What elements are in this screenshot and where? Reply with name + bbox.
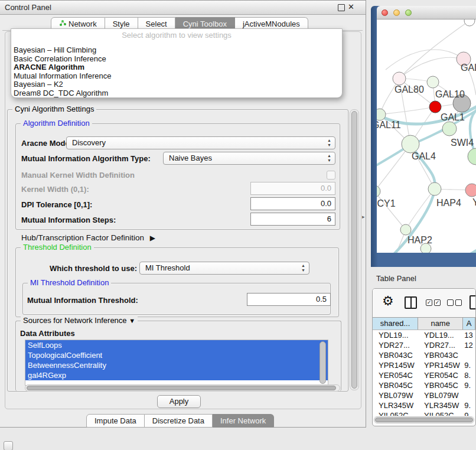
network-node[interactable] [427, 76, 439, 88]
table-cell: YER054C [418, 370, 463, 380]
table-cell: 9. [463, 400, 475, 410]
attribute-item[interactable]: SelfLoops [25, 340, 328, 350]
table-cell: YDL19... [418, 330, 463, 340]
mi-type-select[interactable]: Naive Bayes ▲▼ [163, 152, 335, 165]
table-panel-title: Table Panel [376, 274, 416, 283]
aracne-mode-label: Aracne Mode: [21, 139, 72, 148]
data-attributes-label: Data Attributes [20, 329, 75, 338]
node-label: Y [472, 197, 476, 207]
network-node[interactable] [442, 122, 457, 136]
show-columns-icon[interactable]: ✓✓ [426, 299, 441, 306]
network-node[interactable] [465, 184, 476, 197]
control-panel-titlebar: Control Panel ✕ [0, 1, 366, 15]
table-row[interactable]: YBL079WYBL079W [373, 390, 475, 400]
minimize-traffic-icon[interactable] [393, 9, 400, 16]
attribute-item[interactable]: BetweennessCentrality [25, 360, 328, 370]
close-traffic-icon[interactable] [382, 9, 388, 16]
network-edge-strong[interactable] [445, 248, 476, 253]
algorithm-popup-prompt: Select algorithm to view settings [11, 31, 342, 40]
node-label: GAL80 [395, 84, 424, 94]
network-node[interactable] [402, 135, 419, 153]
settings-scrollbar[interactable] [350, 109, 359, 390]
network-node[interactable] [393, 72, 406, 85]
data-attributes-list[interactable]: SelfLoopsTopologicalCoefficientBetweenne… [25, 340, 328, 386]
control-panel-title: Control Panel [5, 3, 51, 12]
tab-infer-network[interactable]: Infer Network [213, 414, 274, 428]
network-node[interactable] [377, 185, 380, 197]
apply-button[interactable]: Apply [157, 395, 201, 408]
aracne-mode-select[interactable]: Discovery ▲▼ [66, 136, 335, 149]
cyni-algorithm-settings-title: Cyni Algorithm Settings [12, 105, 96, 113]
tab-discretize-data[interactable]: Discretize Data [145, 414, 213, 428]
algorithm-popup: Select algorithm to view settings Bayesi… [11, 28, 343, 98]
splitter-grip[interactable]: ▸ [362, 214, 365, 220]
node-label: GAL [461, 63, 476, 73]
which-threshold-label: Which threshold to use: [50, 264, 137, 273]
split-columns-icon[interactable] [405, 296, 417, 309]
attribute-item[interactable]: gal4RGexp [25, 370, 328, 380]
tab-label: Infer Network [220, 414, 266, 428]
mi-steps-field[interactable]: 6 [250, 213, 335, 226]
table-panel: ⚙ ✓✓ shared...nameA YDL19...YDL19...13YD… [372, 288, 476, 426]
algorithm-option[interactable]: Basic Correlation Inference [11, 55, 342, 64]
table-cell [463, 390, 475, 400]
kernel-width-label: Kernel Width (0,1): [21, 185, 89, 194]
network-node[interactable] [429, 101, 441, 113]
column-header[interactable]: shared... [373, 318, 418, 330]
new-table-icon[interactable] [470, 295, 476, 309]
network-node[interactable] [428, 182, 441, 195]
node-label: SWI4 [451, 138, 474, 148]
attributes-hscrollbar-thumb[interactable] [27, 386, 336, 390]
minimized-panel-icon[interactable] [4, 441, 13, 450]
table-row[interactable]: YDR27...YDR27...12 [373, 340, 475, 350]
tab-impute-data[interactable]: Impute Data [86, 414, 145, 428]
algorithm-option[interactable]: Bayesian – K2 [11, 80, 342, 89]
table-row[interactable]: YLR345WYLR345W9. [373, 400, 475, 410]
tab-label: Impute Data [94, 414, 136, 428]
table-row[interactable]: YBR043CYBR043C [373, 350, 475, 360]
algorithm-option[interactable]: ARACNE Algorithm [11, 63, 342, 72]
network-node[interactable] [464, 19, 475, 26]
mi-threshold-label: Mutual Information Threshold: [27, 296, 138, 305]
table-hscrollbar-thumb[interactable] [375, 418, 473, 422]
network-edge[interactable] [377, 191, 406, 230]
hub-definition-toggle[interactable]: Hub/Transcription Factor Definition ▶ [21, 233, 155, 242]
float-window-icon[interactable] [338, 4, 345, 11]
network-edge[interactable] [386, 50, 464, 70]
kernel-width-field[interactable]: 0.0 [250, 182, 335, 195]
manual-kernel-label: Manual Kernel Width Definition [21, 171, 135, 180]
gear-icon[interactable]: ⚙ [382, 294, 394, 309]
settings-scrollbar-thumb[interactable] [351, 111, 357, 389]
table-row[interactable]: YDL19...YDL19...13 [373, 330, 475, 340]
which-threshold-select[interactable]: MI Threshold ▲▼ [139, 262, 309, 275]
table-row[interactable]: YBR045CYBR045C9. [373, 380, 475, 390]
network-edge[interactable] [399, 57, 464, 79]
column-header[interactable]: A [463, 318, 475, 330]
sources-group-title[interactable]: Sources for Network Inference ▼ [21, 316, 138, 325]
algorithm-option[interactable]: Mutual Information Inference [11, 72, 342, 81]
network-canvas[interactable]: GALGAL80GAL10GAL1GAL11SWI4GAL4GCY1HAP4YH… [377, 19, 476, 253]
network-node[interactable] [468, 148, 476, 165]
table-row[interactable]: YPR145WYPR145W9. [373, 360, 475, 370]
attributes-vscrollbar-thumb[interactable] [319, 341, 326, 384]
algorithm-option[interactable]: Dream8 DC_TDC Algorithm [11, 89, 342, 98]
zoom-traffic-icon[interactable] [405, 9, 412, 16]
network-node[interactable] [400, 224, 411, 235]
sources-title-text: Sources for Network Inference [23, 316, 127, 325]
table-row[interactable]: YER054CYER054C8. [373, 370, 475, 380]
table-header: shared...nameA [373, 317, 475, 330]
network-edge[interactable] [380, 107, 435, 115]
dpi-tolerance-field[interactable]: 0.0 [250, 197, 335, 210]
hide-columns-icon[interactable] [447, 299, 462, 306]
algorithm-definition-title: Algorithm Definition [21, 119, 92, 128]
table-row[interactable]: YIL052CYIL052C9 [373, 410, 475, 416]
attributes-hscrollbar[interactable] [25, 384, 340, 392]
algorithm-option[interactable]: Bayesian – Hill Climbing [11, 46, 342, 55]
attribute-item[interactable]: TopologicalCoefficient [25, 350, 328, 360]
close-icon[interactable]: ✕ [348, 2, 354, 11]
network-node[interactable] [377, 109, 386, 120]
manual-kernel-checkbox[interactable] [327, 171, 335, 180]
column-header[interactable]: name [418, 318, 463, 330]
table-hscrollbar[interactable] [374, 416, 474, 423]
mi-threshold-field[interactable]: 0.5 [247, 293, 331, 306]
